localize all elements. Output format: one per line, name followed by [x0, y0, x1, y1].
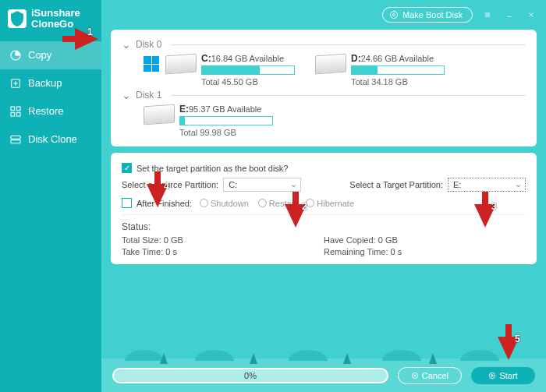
disc-icon — [389, 10, 399, 19]
main-area: Make Boot Disk Disk 0 C:16.84 GB Avai — [101, 0, 546, 392]
svg-rect-5 — [16, 112, 20, 116]
svg-point-8 — [390, 12, 397, 19]
status-have-copied: Have Copied: 0 GB — [324, 235, 526, 245]
titlebar: Make Boot Disk — [101, 0, 546, 30]
source-label: Select a Source Partition: — [122, 180, 218, 189]
diskclone-icon — [9, 133, 22, 146]
nav-label: Restore — [28, 105, 64, 117]
status-title: Status: — [122, 221, 526, 232]
app-title: iSunshare CloneGo — [31, 8, 80, 30]
nav-item-backup[interactable]: Backup — [0, 69, 101, 97]
status-total-size: Total Size: 0 GB — [122, 235, 324, 245]
progress-bar: 0% — [112, 368, 388, 383]
disks-panel: Disk 0 C:16.84 GB Available Total 45.50 … — [111, 30, 537, 147]
usage-bar — [351, 65, 445, 75]
svg-point-9 — [392, 14, 395, 16]
svg-rect-6 — [11, 136, 20, 139]
nav-item-diskclone[interactable]: Disk Clone — [0, 125, 101, 154]
disk-name: Disk 0 — [136, 39, 161, 50]
svg-rect-7 — [11, 139, 20, 143]
boot-checkbox-label: Set the target partition as the boot dis… — [136, 164, 288, 173]
svg-rect-2 — [11, 107, 15, 111]
play-icon — [488, 372, 496, 380]
usage-bar — [179, 116, 273, 125]
nav-label: Disk Clone — [28, 133, 77, 145]
partition-e[interactable]: E:95.37 GB Available Total 99.98 GB — [144, 104, 273, 137]
disk-name: Disk 1 — [136, 90, 161, 101]
nav-list: Copy Backup Restore Disk Clone — [0, 41, 101, 154]
copy-icon — [9, 49, 22, 62]
footer: 0% Cancel Start — [101, 341, 546, 392]
progress-text: 0% — [244, 371, 257, 380]
disk-icon — [144, 105, 175, 127]
app-logo: iSunshare CloneGo — [0, 0, 101, 41]
backup-icon — [9, 77, 22, 90]
menu-icon[interactable] — [480, 9, 495, 20]
status-take-time: Take Time: 0 s — [122, 247, 324, 256]
cancel-icon — [411, 372, 419, 380]
radio-shutdown[interactable]: Shutdown — [200, 199, 249, 208]
nav-label: Backup — [28, 77, 62, 89]
status-block: Status: Total Size: 0 GB Have Copied: 0 … — [122, 221, 526, 256]
make-boot-disk-button[interactable]: Make Boot Disk — [382, 7, 473, 23]
status-remaining-time: Remaining Time: 0 s — [324, 247, 526, 256]
nav-item-restore[interactable]: Restore — [0, 97, 101, 125]
logo-icon — [8, 9, 27, 28]
usage-bar — [201, 65, 295, 75]
disk-header-0[interactable]: Disk 0 — [122, 39, 526, 50]
radio-hibernate[interactable]: Hibernate — [306, 199, 354, 208]
disk-icon — [315, 55, 346, 76]
after-finished-label: After Finished: — [136, 199, 192, 208]
start-button[interactable]: Start — [471, 367, 535, 384]
partition-c[interactable]: C:16.84 GB Available Total 45.50 GB — [144, 53, 295, 87]
disk-header-1[interactable]: Disk 1 — [122, 90, 526, 101]
radio-restart[interactable]: Restart — [258, 199, 296, 208]
cancel-button[interactable]: Cancel — [398, 367, 462, 384]
after-finished-checkbox[interactable] — [122, 198, 132, 208]
svg-rect-3 — [16, 107, 20, 111]
restore-icon — [9, 105, 22, 118]
sidebar: iSunshare CloneGo Copy Backup Restore Di… — [0, 0, 101, 392]
close-icon[interactable] — [524, 9, 538, 20]
source-partition-select[interactable]: C: — [223, 178, 301, 192]
windows-icon — [144, 56, 159, 72]
make-boot-label: Make Boot Disk — [402, 10, 463, 19]
target-label: Select a Target Partition: — [349, 180, 443, 189]
nav-item-copy[interactable]: Copy — [0, 41, 101, 69]
target-partition-select[interactable]: E: — [448, 178, 526, 192]
options-panel: ✓ Set the target partition as the boot d… — [111, 153, 537, 264]
disk-icon — [165, 55, 197, 76]
boot-checkbox[interactable]: ✓ — [122, 163, 132, 173]
minimize-icon[interactable] — [502, 9, 516, 20]
svg-rect-4 — [11, 112, 15, 116]
partition-d[interactable]: D:24.66 GB Available Total 34.18 GB — [315, 53, 445, 87]
nav-label: Copy — [28, 49, 51, 61]
